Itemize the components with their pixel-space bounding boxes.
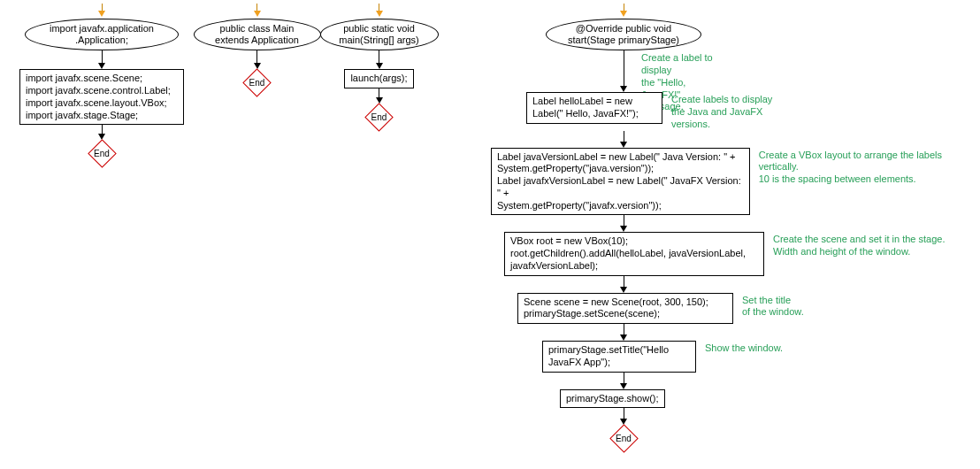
connector [620,408,627,425]
connector [376,50,383,69]
start-ellipse: public class Main extends Application [194,19,321,50]
connector [376,88,383,104]
code-box: primaryStage.setTitle("Hello JavaFX App"… [542,341,696,373]
annotation: Set the title of the window. [742,293,804,319]
code-box: Label javaVersionLabel = new Label(" Jav… [491,148,750,216]
connector [620,324,627,341]
start-ellipse: @Override public void start(Stage primar… [546,19,701,50]
annotation: Create labels to display the Java and Ja… [671,92,772,130]
flow-col-3: public static void main(String[] args) l… [324,4,434,130]
code-box: VBox root = new VBox(10); root.getChildr… [504,232,764,275]
annotation: Create the scene and set it in the stage… [773,232,945,258]
annotation: Show the window. [705,341,783,355]
connector [620,131,627,148]
code-box: import javafx.scene.Scene; import javafx… [19,69,184,125]
connector [98,50,105,69]
end-node: End [366,104,393,130]
start-ellipse: import javafx.application .Application; [25,19,179,50]
entry-arrow [98,4,105,17]
start-ellipse: public static void main(String[] args) [320,19,439,50]
code-box: launch(args); [344,69,413,88]
connector [620,276,627,293]
entry-arrow [620,4,627,17]
code-box: Scene scene = new Scene(root, 300, 150);… [517,293,733,325]
code-box: Label helloLabel = new Label(" Hello, Ja… [526,92,662,124]
connector [254,50,261,69]
connector [620,373,627,389]
flow-col-1: import javafx.application .Application; … [18,4,186,166]
entry-arrow [376,4,383,17]
end-node: End [610,425,637,451]
annotation: Create a VBox layout to arrange the labe… [759,148,969,186]
flow-col-4: @Override public void start(Stage primar… [491,4,969,451]
entry-arrow [254,4,261,17]
flow-col-2: public class Main extends Application En… [197,4,317,96]
connector [620,215,627,232]
end-node: End [88,140,115,166]
end-node: End [244,69,271,96]
connector [620,50,627,92]
code-box: primaryStage.show(); [560,389,665,409]
